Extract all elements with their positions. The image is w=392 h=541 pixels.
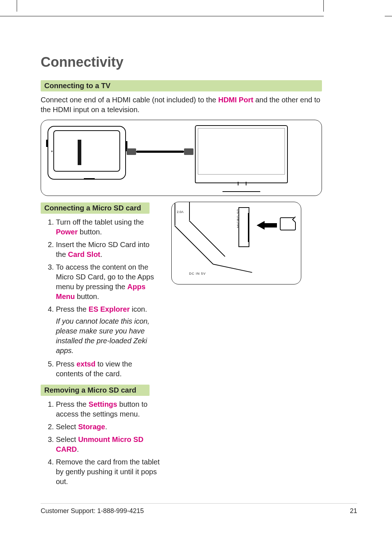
step-text: Press the [56, 305, 89, 313]
list-item: Press extsd to view the contents of the … [56, 359, 160, 379]
step-text: Select [56, 435, 78, 443]
figure-hdmi-connection [41, 120, 322, 196]
label-dc-in: DC IN 5V [189, 272, 206, 275]
sd-text-column: Connecting a Micro SD card Turn off the … [41, 202, 160, 492]
label-amperage: 2.0A [177, 210, 184, 214]
sd-figure-column: 2.0A MICRO SD DC IN 5V [171, 202, 357, 284]
sd-remove-steps: Press the Settings button to access the … [41, 399, 160, 487]
sd-card-icon [280, 217, 296, 230]
step-highlight: ES Explorer [89, 305, 130, 313]
step-text: button. [75, 292, 99, 300]
section-heading-sd-insert: Connecting a Micro SD card [41, 202, 150, 214]
list-item: Select Storage. [56, 422, 160, 432]
hdmi-cable-icon [136, 151, 184, 153]
manual-page: Connectivity Connecting to a TV Connect … [0, 0, 392, 541]
page-footer: Customer Support: 1-888-999-4215 21 [41, 503, 357, 515]
step-text: icon. [130, 305, 147, 313]
tablet-icon [48, 126, 126, 180]
list-item: Press the ES Explorer icon. If you canno… [56, 304, 160, 356]
sd-insert-note: If you cannot locate this icon, please m… [56, 316, 160, 356]
list-item: Remove the card from the tablet by gentl… [56, 457, 160, 487]
step-text: Press the [56, 400, 89, 408]
step-highlight: Card Slot [68, 250, 100, 258]
footer-support: Customer Support: 1-888-999-4215 [41, 507, 144, 515]
tv-icon [195, 125, 288, 183]
section-heading-sd-remove: Removing a Micro SD card [41, 385, 150, 396]
tv-intro: Connect one end of a HDMI cable (not inc… [41, 95, 322, 115]
step-text: Remove the card from the tablet by gentl… [56, 458, 160, 485]
hdmi-connector-icon [184, 148, 193, 155]
footer-page-number: 21 [350, 507, 357, 515]
list-item: To access the content on the Micro SD Ca… [56, 262, 160, 302]
step-text: Turn off the tablet using the [56, 218, 144, 226]
step-highlight: extsd [77, 360, 95, 368]
step-highlight: Storage [78, 423, 105, 431]
list-item: Turn off the tablet using the Power butt… [56, 217, 160, 237]
list-item: Select Unmount Micro SD CARD. [56, 435, 160, 454]
tv-intro-highlight: HDMI Port [218, 96, 253, 104]
step-highlight: Power [56, 228, 78, 236]
step-highlight: Settings [89, 400, 117, 408]
step-text: . [105, 423, 107, 431]
sd-slot-icon [238, 207, 249, 247]
step-text: . [100, 250, 102, 258]
crop-marks [0, 0, 392, 17]
sd-columns: Connecting a Micro SD card Turn off the … [41, 202, 357, 492]
label-micro-sd: MICRO SD [236, 209, 240, 228]
page-title: Connectivity [41, 54, 357, 70]
step-text: Select [56, 423, 78, 431]
figure-sd-slot: 2.0A MICRO SD DC IN 5V [171, 202, 301, 284]
tv-intro-pre: Connect one end of a HDMI cable (not inc… [41, 96, 218, 104]
sd-insert-steps: Turn off the tablet using the Power butt… [41, 217, 160, 379]
step-text: button. [78, 228, 102, 236]
step-text: Press [56, 360, 77, 368]
tv-stand-icon [222, 184, 260, 192]
section-heading-tv: Connecting to a TV [41, 80, 322, 91]
step-text: . [77, 445, 79, 453]
list-item: Insert the Micro SD Card into the Card S… [56, 240, 160, 259]
list-item: Press the Settings button to access the … [56, 399, 160, 419]
insert-arrow-icon [257, 221, 265, 230]
hdmi-connector-icon [127, 148, 136, 155]
